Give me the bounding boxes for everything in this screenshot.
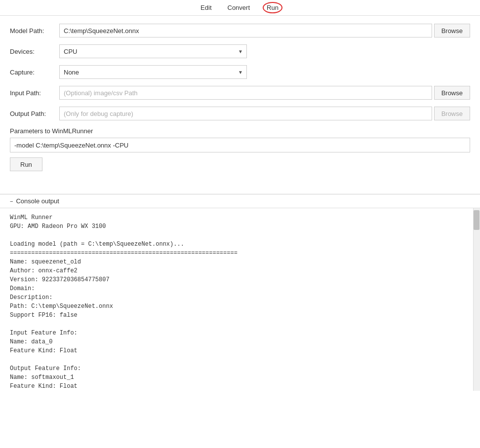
scrollbar-thumb[interactable] bbox=[474, 210, 480, 230]
model-path-row: Model Path: Browse bbox=[10, 24, 470, 37]
model-path-input[interactable] bbox=[59, 24, 432, 37]
capture-label: Capture: bbox=[10, 69, 59, 76]
run-button[interactable]: Run bbox=[10, 157, 42, 171]
output-path-label: Output Path: bbox=[10, 110, 59, 117]
model-path-browse-button[interactable]: Browse bbox=[434, 24, 470, 37]
output-path-row: Output Path: Browse bbox=[10, 107, 470, 120]
capture-select[interactable]: None Input Output All bbox=[59, 65, 247, 79]
devices-label: Devices: bbox=[10, 48, 59, 55]
main-content: Model Path: Browse Devices: CPU GPU DML … bbox=[0, 16, 480, 179]
devices-select-wrapper: CPU GPU DML ▼ bbox=[59, 44, 247, 58]
devices-select[interactable]: CPU GPU DML bbox=[59, 44, 247, 58]
input-path-row: Input Path: Browse bbox=[10, 86, 470, 100]
capture-row: Capture: None Input Output All ▼ bbox=[10, 65, 470, 79]
console-output[interactable]: WinML Runner GPU: AMD Radeon Pro WX 3100… bbox=[0, 208, 473, 391]
menu-convert[interactable]: Convert bbox=[225, 3, 253, 12]
model-path-label: Model Path: bbox=[10, 27, 59, 35]
input-path-input[interactable] bbox=[59, 86, 432, 100]
console-toggle-icon: − bbox=[10, 198, 13, 204]
menu-edit[interactable]: Edit bbox=[198, 3, 214, 12]
output-path-input[interactable] bbox=[59, 107, 432, 120]
console-section: − Console output WinML Runner GPU: AMD R… bbox=[0, 194, 480, 391]
params-section: Parameters to WinMLRunner bbox=[10, 127, 470, 157]
capture-select-wrapper: None Input Output All ▼ bbox=[59, 65, 247, 79]
menu-run[interactable]: Run bbox=[263, 2, 282, 13]
menu-bar: Edit Convert Run bbox=[0, 0, 480, 16]
input-path-browse-button[interactable]: Browse bbox=[434, 86, 470, 100]
input-path-label: Input Path: bbox=[10, 89, 59, 97]
params-input[interactable] bbox=[10, 138, 470, 152]
console-title: Console output bbox=[16, 197, 59, 205]
console-header[interactable]: − Console output bbox=[0, 194, 480, 208]
params-label: Parameters to WinMLRunner bbox=[10, 127, 470, 135]
console-output-wrapper: WinML Runner GPU: AMD Radeon Pro WX 3100… bbox=[0, 208, 480, 391]
scrollbar-track[interactable] bbox=[473, 208, 480, 391]
devices-row: Devices: CPU GPU DML ▼ bbox=[10, 44, 470, 58]
output-path-browse-button[interactable]: Browse bbox=[434, 107, 470, 120]
